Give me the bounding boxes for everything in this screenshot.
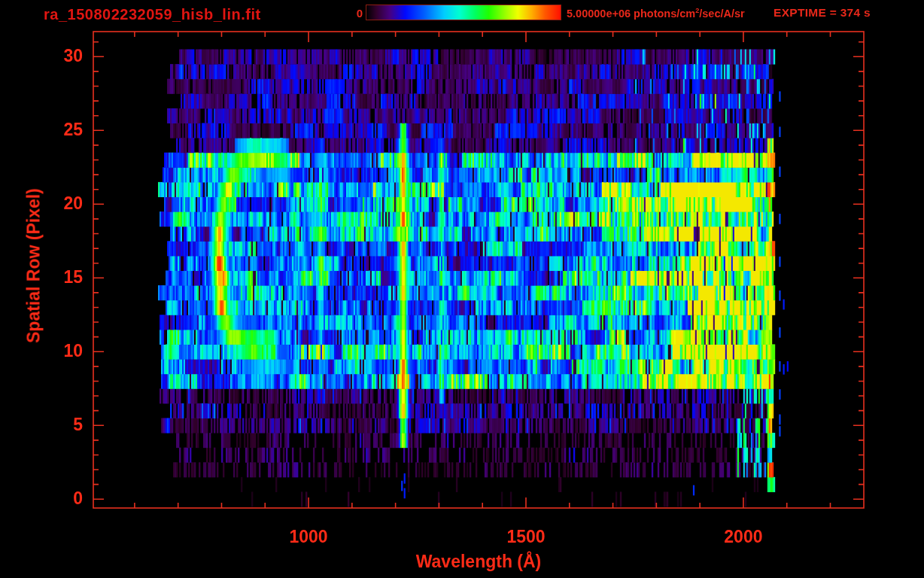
x-axis-title: Wavelength (Å) (366, 552, 591, 572)
y-tick-label: 5 (26, 415, 83, 435)
colorbar-gradient (366, 5, 561, 20)
y-tick-label: 20 (26, 193, 83, 214)
colorbar-min-label: 0 (331, 7, 363, 20)
y-tick-label: 0 (26, 488, 83, 509)
x-tick-label: 1500 (492, 527, 560, 547)
x-tick-label: 1000 (275, 527, 342, 547)
colorbar-max-label-units: /sec/A/sr (699, 8, 744, 20)
idl-spectrogram-window: ra_150802232059_hisb_lin.fit 0 5.00000e+… (0, 0, 924, 578)
plot-title: ra_150802232059_hisb_lin.fit (44, 6, 261, 23)
colorbar-max-label: 5.00000e+06 photons/cm2/sec/A/sr (567, 7, 745, 20)
x-tick-label: 2000 (710, 527, 777, 547)
exptime-label: EXPTIME = 374 s (774, 6, 871, 20)
y-tick-label: 15 (26, 267, 83, 287)
y-tick-label: 30 (26, 46, 83, 66)
y-tick-label: 25 (26, 120, 83, 140)
y-tick-label: 10 (26, 341, 83, 361)
colorbar (366, 5, 561, 20)
colorbar-max-label-text: 5.00000e+06 photons/cm (567, 8, 695, 20)
spectrogram-canvas (0, 0, 924, 578)
